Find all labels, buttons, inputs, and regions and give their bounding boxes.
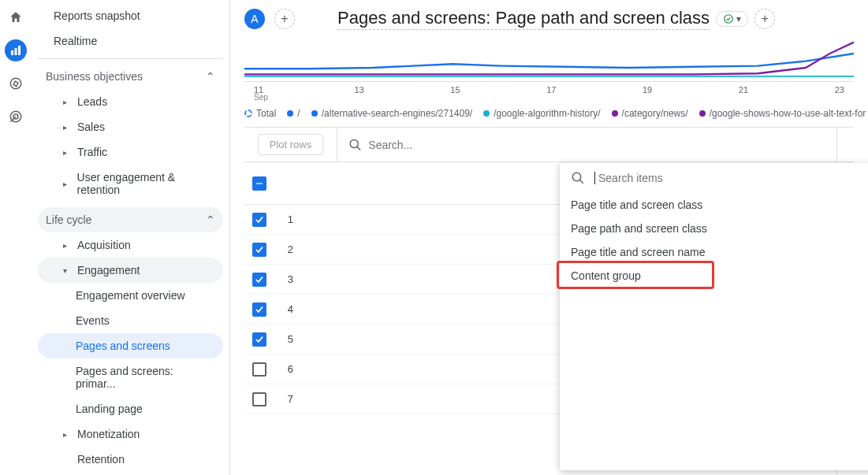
legend-label: /alternative-search-engines/271409/ — [322, 108, 472, 119]
table-search-input[interactable] — [368, 139, 854, 151]
add-metric-button[interactable]: + — [754, 9, 775, 29]
row-checkbox[interactable] — [252, 302, 266, 317]
dropdown-item[interactable]: Page title and screen class — [560, 193, 868, 217]
text-cursor — [594, 172, 595, 184]
avatar[interactable]: A — [244, 9, 265, 29]
sidebar-item-realtime[interactable]: Realtime — [38, 28, 223, 54]
add-comparison-button[interactable]: + — [274, 9, 295, 29]
status-chip[interactable]: ▾ — [716, 11, 748, 27]
sidebar-item-engagement[interactable]: ▾Engagement — [38, 258, 223, 283]
row-checkbox[interactable] — [252, 332, 266, 347]
legend-item[interactable]: Total — [244, 108, 276, 119]
caret-down-icon: ▾ — [63, 266, 71, 275]
chart-x-axis: 11Sep 13 15 17 19 21 23 — [230, 82, 868, 102]
sidebar-item-landing-page[interactable]: Landing page — [38, 396, 223, 421]
legend-label: Total — [256, 108, 276, 119]
row-checkbox[interactable] — [252, 243, 266, 257]
caret-right-icon: ▸ — [63, 123, 71, 132]
sidebar-section-life-cycle[interactable]: Life cycle ⌃ — [38, 207, 223, 232]
plot-rows-button[interactable]: Plot rows — [258, 134, 323, 155]
sidebar-item-pages-and-screens-primary[interactable]: Pages and screens: primar... — [38, 358, 223, 396]
advertising-icon[interactable] — [5, 106, 27, 128]
svg-point-9 — [572, 173, 581, 181]
sidebar-item-user-engagement-retention[interactable]: ▸User engagement & retention — [38, 165, 223, 202]
caret-right-icon: ▸ — [63, 241, 71, 250]
explore-icon[interactable] — [5, 72, 27, 95]
row-checkbox[interactable] — [252, 213, 266, 227]
dropdown-item[interactable]: Page title and screen name — [560, 240, 868, 264]
sidebar-item-retention[interactable]: Retention — [38, 447, 223, 472]
chevron-down-icon: ▾ — [736, 13, 741, 24]
row-checkbox[interactable] — [252, 362, 266, 377]
main-content: A + Pages and screens: Page path and scr… — [230, 0, 868, 475]
legend-item[interactable]: / — [287, 108, 300, 119]
svg-point-3 — [10, 78, 21, 89]
legend-label: /category/news/ — [622, 108, 688, 119]
caret-right-icon: ▸ — [63, 148, 71, 157]
check-circle-icon — [723, 13, 734, 24]
chevron-up-icon: ⌃ — [206, 70, 215, 83]
legend-dot-icon — [612, 110, 618, 117]
search-icon — [348, 138, 362, 152]
line-chart[interactable] — [244, 35, 854, 82]
search-icon — [571, 171, 585, 185]
row-number: 4 — [266, 303, 298, 315]
svg-point-7 — [350, 139, 358, 147]
caret-right-icon: ▸ — [63, 98, 71, 106]
row-number: 2 — [266, 243, 298, 255]
chart-legend: Total//alternative-search-engines/271409… — [230, 102, 868, 127]
svg-rect-8 — [256, 183, 263, 184]
svg-rect-1 — [15, 48, 17, 55]
dropdown-item[interactable]: Content group — [560, 264, 868, 288]
dimension-dropdown: Page title and screen classPage path and… — [560, 163, 868, 470]
legend-dot-icon — [244, 109, 252, 117]
chevron-up-icon: ⌃ — [206, 213, 215, 226]
legend-item[interactable]: /alternative-search-engines/271409/ — [311, 108, 472, 119]
sidebar: Reports snapshot Realtime Business objec… — [32, 0, 230, 475]
legend-item[interactable]: /category/news/ — [612, 108, 688, 119]
legend-dot-icon — [287, 110, 293, 117]
legend-label: / — [297, 108, 300, 119]
sidebar-item-monetization[interactable]: ▸Monetization — [38, 421, 223, 447]
sidebar-item-leads[interactable]: ▸Leads — [38, 89, 223, 114]
row-number: 3 — [266, 273, 298, 285]
row-number: 6 — [266, 363, 298, 375]
left-rail — [0, 0, 32, 475]
section-label: Life cycle — [46, 213, 91, 226]
legend-dot-icon — [699, 110, 706, 117]
dropdown-search-input[interactable] — [598, 172, 868, 184]
legend-label: /google-algorithm-history/ — [494, 108, 600, 119]
dropdown-item[interactable]: Page path and screen class — [560, 217, 868, 240]
page-header: A + Pages and screens: Page path and scr… — [230, 0, 868, 35]
sidebar-item-pages-and-screens[interactable]: Pages and screens — [38, 333, 223, 358]
select-all-checkbox[interactable] — [252, 176, 266, 191]
row-number: 5 — [266, 333, 298, 345]
row-checkbox[interactable] — [252, 392, 266, 406]
home-icon[interactable] — [5, 6, 27, 28]
row-number: 7 — [266, 393, 298, 405]
caret-right-icon: ▸ — [63, 180, 71, 188]
row-number: 1 — [266, 213, 298, 225]
svg-point-6 — [725, 15, 733, 24]
legend-dot-icon — [311, 110, 318, 117]
sidebar-item-events[interactable]: Events — [38, 308, 223, 333]
svg-rect-0 — [11, 50, 13, 55]
legend-label: /google-shows-how-to-use-alt-text-for — [710, 108, 866, 119]
legend-item[interactable]: /google-algorithm-history/ — [483, 108, 600, 119]
legend-dot-icon — [483, 110, 490, 117]
svg-rect-2 — [18, 46, 20, 55]
section-label: Business objectives — [46, 70, 143, 83]
sidebar-item-sales[interactable]: ▸Sales — [38, 114, 223, 139]
plot-rows-cell: Plot rows — [244, 128, 337, 161]
sidebar-item-acquisition[interactable]: ▸Acquisition — [38, 232, 223, 258]
sidebar-section-business-objectives[interactable]: Business objectives ⌃ — [38, 64, 223, 89]
reports-icon[interactable] — [5, 39, 27, 61]
row-checkbox[interactable] — [252, 273, 266, 287]
page-title[interactable]: Pages and screens: Page path and screen … — [337, 8, 710, 30]
sidebar-item-reports-snapshot[interactable]: Reports snapshot — [38, 3, 223, 28]
sidebar-item-engagement-overview[interactable]: Engagement overview — [38, 283, 223, 308]
sidebar-item-traffic[interactable]: ▸Traffic — [38, 139, 223, 165]
legend-item[interactable]: /google-shows-how-to-use-alt-text-for — [699, 108, 866, 119]
caret-right-icon: ▸ — [63, 430, 71, 439]
